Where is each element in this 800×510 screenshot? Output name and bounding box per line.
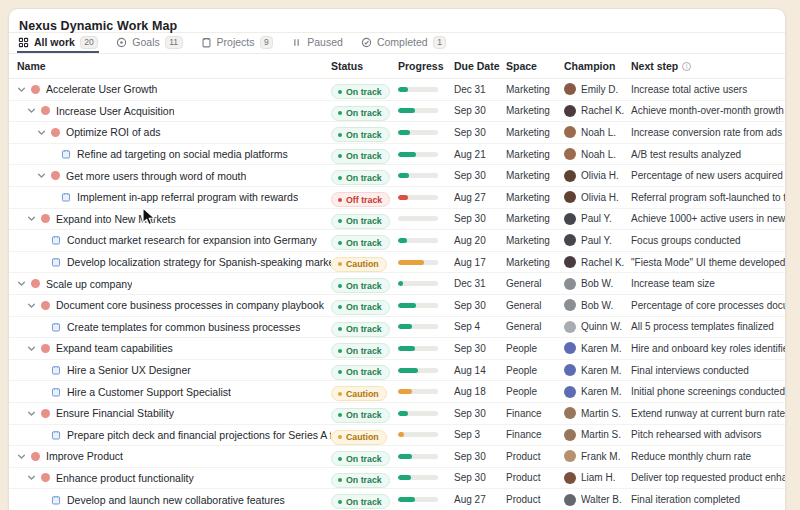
row-name: Enhance product functionality [56, 472, 194, 484]
tab-paused[interactable]: Paused [290, 33, 344, 53]
column-header-label: Due Date [454, 60, 500, 72]
work-row[interactable]: Increase User AcquisitionOn trackSep 30M… [9, 101, 785, 123]
work-row[interactable]: Enhance product functionalityOn trackSep… [9, 468, 785, 490]
status-label: On track [346, 346, 382, 356]
work-row[interactable]: Expand team capabilitiesOn trackSep 30Pe… [9, 338, 785, 360]
status-badge[interactable]: On track [331, 214, 390, 229]
avatar [564, 450, 576, 462]
due-date: Aug 20 [454, 235, 506, 246]
status-badge[interactable]: On track [331, 127, 390, 142]
due-date: Aug 27 [454, 192, 506, 203]
status-badge[interactable]: On track [331, 343, 390, 358]
chevron-down-icon[interactable] [27, 106, 36, 115]
progress-fill [398, 368, 418, 373]
work-row[interactable]: Ensure Financial StabilityOn trackSep 30… [9, 403, 785, 425]
work-row[interactable]: Expand into New MarketsOn trackSep 30Mar… [9, 209, 785, 231]
progress-cell [398, 389, 454, 394]
status-badge[interactable]: On track [331, 494, 390, 509]
next-step: Focus groups conducted [631, 235, 785, 246]
status-badge[interactable]: Caution [331, 257, 387, 272]
space-label: Finance [506, 429, 564, 440]
chevron-down-icon[interactable] [37, 128, 46, 137]
status-badge[interactable]: On track [331, 235, 390, 250]
work-row[interactable]: Improve ProductOn trackSep 30ProductFran… [9, 446, 785, 468]
work-row[interactable]: Document core business processes in comp… [9, 295, 785, 317]
goal-icon [31, 452, 40, 461]
chevron-down-icon[interactable] [27, 214, 36, 223]
tab-all-work[interactable]: All work20 [17, 33, 99, 53]
status-badge[interactable]: On track [331, 149, 390, 164]
tab-goals[interactable]: Goals11 [115, 33, 183, 53]
status-badge[interactable]: On track [331, 170, 390, 185]
work-row[interactable]: Scale up companyOn trackDec 31GeneralBob… [9, 273, 785, 295]
name-cell: Expand team capabilities [9, 342, 331, 354]
status-label: On track [346, 497, 382, 507]
status-label: On track [346, 216, 382, 226]
status-badge[interactable]: On track [331, 278, 390, 293]
status-badge[interactable]: Caution [331, 430, 387, 445]
progress-bar [398, 346, 438, 351]
space-label: Marketing [506, 84, 564, 95]
goal-icon [41, 409, 50, 418]
work-row[interactable]: Develop localization strategy for Spanis… [9, 252, 785, 274]
work-row[interactable]: Prepare pitch deck and financial project… [9, 425, 785, 447]
chevron-down-icon[interactable] [27, 344, 36, 353]
chevron-down-icon[interactable] [27, 473, 36, 482]
status-badge[interactable]: Caution [331, 386, 387, 401]
progress-cell [398, 411, 454, 416]
tab-projects[interactable]: Projects9 [200, 33, 275, 53]
row-name: Document core business processes in comp… [56, 299, 324, 311]
work-row[interactable]: Hire a Senior UX DesignerOn trackAug 14P… [9, 360, 785, 382]
next-step: Reduce monthly churn rate [631, 451, 785, 462]
work-row[interactable]: Develop and launch new collaborative fea… [9, 489, 785, 510]
space-label: People [506, 343, 564, 354]
status-dot-icon [338, 500, 342, 504]
avatar [564, 299, 576, 311]
work-row[interactable]: Refine ad targeting on social media plat… [9, 144, 785, 166]
work-row[interactable]: Create templates for common business pro… [9, 317, 785, 339]
status-badge[interactable]: On track [331, 84, 390, 99]
work-row[interactable]: Conduct market research for expansion in… [9, 230, 785, 252]
chevron-down-icon[interactable] [17, 85, 26, 94]
work-row[interactable]: Optimize ROI of adsOn trackSep 30Marketi… [9, 122, 785, 144]
chevron-down-icon[interactable] [37, 171, 46, 180]
chevron-down-icon[interactable] [17, 452, 26, 461]
avatar [564, 105, 576, 117]
champion-cell: Paul Y. [564, 213, 631, 225]
name-cell: Ensure Financial Stability [9, 407, 331, 419]
name-cell: Refine ad targeting on social media plat… [9, 148, 331, 160]
work-row[interactable]: Hire a Customer Support SpecialistCautio… [9, 381, 785, 403]
space-label: Marketing [506, 192, 564, 203]
column-header-label: Space [506, 60, 537, 72]
progress-fill [398, 238, 407, 243]
progress-cell [398, 130, 454, 135]
due-date: Sep 30 [454, 408, 506, 419]
tab-count-badge: 1 [433, 36, 447, 49]
work-row[interactable]: Implement in-app referral program with r… [9, 187, 785, 209]
status-badge[interactable]: On track [331, 300, 390, 315]
progress-bar [398, 324, 438, 329]
status-badge[interactable]: On track [331, 473, 390, 488]
chevron-down-icon[interactable] [27, 409, 36, 418]
status-badge[interactable]: Off track [331, 192, 390, 207]
chevron-down-icon[interactable] [27, 301, 36, 310]
work-row[interactable]: Accelerate User GrowthOn trackDec 31Mark… [9, 79, 785, 101]
champion-cell: Martin S. [564, 407, 631, 419]
row-name: Expand team capabilities [56, 342, 173, 354]
due-date: Aug 27 [454, 494, 506, 505]
tab-completed[interactable]: Completed1 [360, 33, 448, 53]
status-badge[interactable]: On track [331, 408, 390, 423]
status-badge[interactable]: On track [331, 365, 390, 380]
status-badge[interactable]: On track [331, 322, 390, 337]
status-badge[interactable]: On track [331, 106, 390, 121]
status-dot-icon [338, 413, 342, 417]
champion-name: Martin S. [581, 408, 621, 419]
status-badge[interactable]: On track [331, 451, 390, 466]
work-row[interactable]: Get more users through word of mouthOn t… [9, 165, 785, 187]
column-header-label: Status [331, 60, 363, 72]
tab-count-badge: 20 [80, 36, 98, 49]
tab-count-badge: 11 [165, 36, 183, 49]
next-step: Achieve month-over-month growth in new .… [631, 105, 785, 116]
next-step: Initial phone screenings conducted [631, 386, 785, 397]
chevron-down-icon[interactable] [17, 279, 26, 288]
